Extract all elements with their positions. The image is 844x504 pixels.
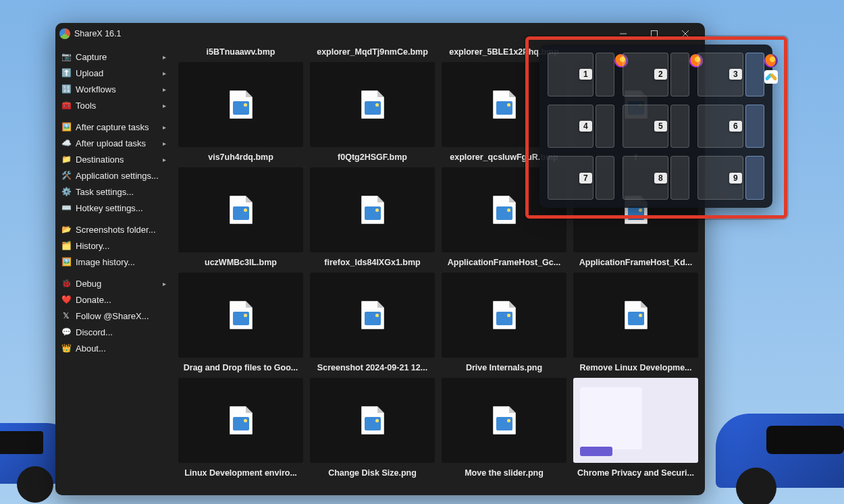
sidebar-item-task-settings[interactable]: ⚙️Task settings... <box>55 184 172 200</box>
sidebar-icon: 🧰 <box>61 100 72 111</box>
image-file-icon <box>625 301 648 329</box>
file-thumbnail <box>310 167 435 252</box>
sidebar-item-hotkey-settings[interactable]: ⌨️Hotkey settings... <box>55 200 172 216</box>
image-file-icon <box>230 406 253 435</box>
sidebar-label: Tools <box>76 101 96 111</box>
window-title: ShareX 16.1 <box>74 29 122 38</box>
file-item[interactable]: f0Qtg2HSGF.bmp <box>310 152 435 252</box>
file-item[interactable]: firefox_lds84IXGx1.bmp <box>310 258 435 358</box>
workspace-number: 5 <box>654 121 667 132</box>
file-item[interactable]: ApplicationFrameHost_Kd... <box>573 258 698 358</box>
sidebar-icon: 🛠️ <box>61 170 72 181</box>
titlebar[interactable]: ShareX 16.1 <box>55 23 705 45</box>
file-name: ApplicationFrameHost_Kd... <box>573 258 698 270</box>
sidebar-label: Task settings... <box>76 187 134 197</box>
sidebar-item-upload[interactable]: ⬆️Upload <box>55 65 172 81</box>
sidebar-label: Donate... <box>76 295 111 305</box>
sidebar-label: Image history... <box>76 257 135 267</box>
workspace-3[interactable]: 3 <box>697 53 764 96</box>
sharex-logo-icon <box>59 28 70 39</box>
close-button[interactable] <box>670 23 701 45</box>
sidebar-item-workflows[interactable]: 🔢Workflows <box>55 81 172 97</box>
sidebar-item-capture[interactable]: 📷Capture <box>55 49 172 65</box>
sidebar-item-screenshots-folder[interactable]: 📂Screenshots folder... <box>55 221 172 237</box>
sidebar-icon: 𝕏 <box>61 310 72 321</box>
sidebar-icon: ☁️ <box>61 138 72 148</box>
workspace-number: 4 <box>579 121 592 132</box>
file-item[interactable]: Remove Linux Developme... <box>573 363 698 463</box>
sidebar-item-discord[interactable]: 💬Discord... <box>55 324 172 340</box>
image-file-icon <box>361 90 384 119</box>
workspace-number: 1 <box>579 69 592 80</box>
sidebar-icon: ⬆️ <box>61 67 72 78</box>
sidebar-icon: 🖼️ <box>61 121 72 132</box>
minimize-button[interactable] <box>608 23 639 45</box>
workspace-number: 3 <box>729 69 742 80</box>
sidebar: 📷Capture⬆️Upload🔢Workflows🧰Tools🖼️After … <box>55 45 172 495</box>
maximize-button[interactable] <box>639 23 670 45</box>
workspace-number: 2 <box>654 69 667 80</box>
sidebar-icon: 👑 <box>61 343 72 354</box>
file-name: uczWMBc3IL.bmp <box>178 258 303 270</box>
sidebar-item-tools[interactable]: 🧰Tools <box>55 97 172 113</box>
sidebar-icon: ❤️ <box>61 294 72 305</box>
sidebar-icon: 🗂️ <box>61 240 72 251</box>
image-file-icon <box>361 196 384 224</box>
sidebar-item-history[interactable]: 🗂️History... <box>55 237 172 254</box>
file-item[interactable]: i5BTnuaawv.bmp <box>178 47 303 147</box>
sidebar-label: Debug <box>76 279 101 289</box>
workspace-1[interactable]: 1 <box>548 53 614 96</box>
file-item[interactable]: Drag and Drop files to Goo... <box>178 363 303 463</box>
sidebar-label: After capture tasks <box>76 122 149 132</box>
file-thumbnail <box>310 62 435 147</box>
file-item[interactable]: Change Disk Size.png <box>310 468 435 483</box>
sidebar-label: Upload <box>76 68 103 78</box>
file-item[interactable]: Move the slider.png <box>442 468 566 483</box>
file-item[interactable]: vis7uh4rdq.bmp <box>178 152 303 252</box>
svg-rect-1 <box>652 31 658 37</box>
file-item[interactable]: Drive Internals.png <box>442 363 566 463</box>
file-item[interactable]: explorer_MqdTj9nmCe.bmp <box>310 47 435 147</box>
sidebar-item-application-settings[interactable]: 🛠️Application settings... <box>55 167 172 184</box>
sidebar-icon: 🖼️ <box>61 256 72 267</box>
sidebar-item-follow-sharex[interactable]: 𝕏Follow @ShareX... <box>55 308 172 324</box>
workspace-2[interactable]: 2 <box>623 53 689 96</box>
image-file-icon <box>230 196 253 224</box>
file-item[interactable]: uczWMBc3IL.bmp <box>178 258 303 358</box>
sidebar-icon: 🐞 <box>61 278 72 289</box>
file-item[interactable]: Chrome Privacy and Securi... <box>573 468 698 483</box>
file-item[interactable]: Screenshot 2024-09-21 12... <box>310 363 435 463</box>
file-thumbnail <box>178 167 303 252</box>
workspace-switcher-overlay[interactable]: 123456789 <box>539 45 772 208</box>
file-name: Move the slider.png <box>442 468 566 480</box>
sidebar-item-image-history[interactable]: 🖼️Image history... <box>55 254 172 270</box>
image-file-icon <box>361 406 384 435</box>
sidebar-label: Hotkey settings... <box>76 203 143 213</box>
workspace-app-icons <box>764 54 778 84</box>
workspace-5[interactable]: 5 <box>623 105 689 148</box>
file-thumbnail <box>442 378 566 463</box>
file-thumbnail <box>310 273 435 358</box>
sidebar-label: Workflows <box>76 84 116 94</box>
sidebar-item-about[interactable]: 👑About... <box>55 340 172 356</box>
workspace-8[interactable]: 8 <box>623 156 689 200</box>
file-thumbnail <box>178 273 303 358</box>
workspace-7[interactable]: 7 <box>548 156 614 200</box>
sidebar-item-after-capture-tasks[interactable]: 🖼️After capture tasks <box>55 119 172 135</box>
sidebar-item-destinations[interactable]: 📁Destinations <box>55 151 172 167</box>
workspace-number: 7 <box>579 173 592 184</box>
workspace-4[interactable]: 4 <box>548 105 614 148</box>
sidebar-label: History... <box>76 241 109 251</box>
sidebar-item-donate[interactable]: ❤️Donate... <box>55 291 172 308</box>
file-name: explorer_MqdTj9nmCe.bmp <box>310 47 435 59</box>
file-thumbnail <box>442 273 566 358</box>
sidebar-label: Destinations <box>76 155 124 165</box>
file-item[interactable]: ApplicationFrameHost_Gc... <box>442 258 566 358</box>
file-name: Remove Linux Developme... <box>573 363 698 375</box>
sidebar-label: Discord... <box>76 327 113 337</box>
workspace-6[interactable]: 6 <box>697 105 764 148</box>
sidebar-item-debug[interactable]: 🐞Debug <box>55 275 172 291</box>
file-item[interactable]: Linux Development enviro... <box>178 468 303 483</box>
workspace-9[interactable]: 9 <box>697 156 764 200</box>
sidebar-item-after-upload-tasks[interactable]: ☁️After upload tasks <box>55 135 172 151</box>
